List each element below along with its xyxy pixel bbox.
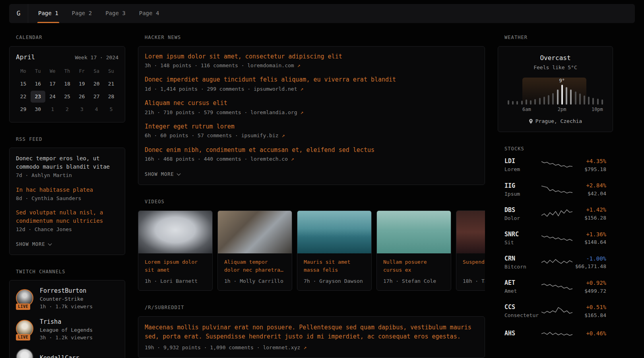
stock-right: +0.92%$499.72 — [572, 279, 606, 295]
calendar-month: April — [16, 53, 35, 62]
video-thumbnail[interactable] — [297, 211, 371, 253]
hn-item: Donec imperdiet augue tincidunt felis al… — [145, 76, 478, 93]
hn-item-title[interactable]: Lorem ipsum dolor sit amet, consectetur … — [145, 53, 478, 61]
weather-location: Prague, Czechia — [504, 118, 606, 125]
calendar-day[interactable]: 4 — [89, 103, 104, 115]
tab-page-3[interactable]: Page 3 — [99, 4, 132, 23]
external-link-icon[interactable]: ↗ — [297, 62, 301, 68]
twitch-channel-meta: 1h · 1.7k viewers — [40, 303, 93, 310]
weather-bar — [539, 98, 541, 105]
external-link-icon[interactable]: ↗ — [300, 109, 303, 115]
video-thumbnail[interactable] — [377, 211, 451, 253]
calendar-day[interactable]: 3 — [74, 103, 89, 115]
stock-price: $499.72 — [572, 288, 606, 295]
rss-item-title[interactable]: Sed volutpat nulla nisl, a condimentum n… — [16, 208, 118, 225]
calendar-day[interactable]: 28 — [104, 91, 118, 103]
tab-page-2[interactable]: Page 2 — [65, 4, 99, 23]
rss-item-title[interactable]: Donec tempor eros leo, ut commodo mauris… — [16, 154, 118, 171]
video-thumbnail[interactable] — [138, 211, 212, 253]
stock-row[interactable]: AHS+0.46% — [498, 328, 613, 340]
video-title[interactable]: Aliquam tempor dolor nec pharetra… — [224, 258, 285, 275]
app-logo[interactable]: G — [9, 4, 28, 23]
tab-page-4[interactable]: Page 4 — [132, 4, 166, 23]
calendar-day[interactable]: 2 — [60, 103, 75, 115]
video-title[interactable]: Lorem ipsum dolor sit amet consectetu… — [145, 258, 206, 275]
calendar-weekday: We — [45, 66, 60, 77]
calendar-day[interactable]: 23 — [31, 91, 45, 103]
hn-item-title[interactable]: Donec imperdiet augue tincidunt felis al… — [145, 76, 478, 84]
calendar-day[interactable]: 29 — [16, 103, 31, 115]
twitch-channel[interactable]: LIVETrishaLeague of Legends3h · 1.2k vie… — [16, 318, 118, 341]
subreddit-post-title[interactable]: Maecenas mollis pulvinar erat non posuer… — [145, 323, 478, 342]
stock-row[interactable]: DBSDolor+1.42%$156.28 — [498, 206, 613, 222]
weather-bar — [584, 95, 585, 105]
rss-item-title[interactable]: In hac habitasse platea — [16, 186, 118, 194]
hn-item-title[interactable]: Integer eget rutrum lorem — [145, 123, 478, 131]
video-thumbnail[interactable] — [456, 211, 485, 253]
external-link-icon[interactable]: ↗ — [281, 132, 285, 138]
video-card[interactable]: Lorem ipsum dolor sit amet consectetu…1h… — [138, 210, 213, 291]
stock-row[interactable]: CCSConsectetur+0.51%$165.84 — [498, 303, 613, 319]
calendar-day[interactable]: 5 — [104, 103, 118, 115]
external-link-icon[interactable]: ↗ — [291, 156, 294, 162]
twitch-channel-name[interactable]: ForrestBurton — [40, 287, 93, 295]
rss-item: In hac habitasse platea8d · Cynthia Saun… — [16, 186, 118, 202]
video-card[interactable]: Suspendisse diam18h · Tara — [456, 210, 485, 291]
weather-bar — [575, 91, 576, 105]
video-card[interactable]: Nullam posuere cursus ex17h · Stefan Col… — [376, 210, 451, 291]
videos-section-title: VIDEOS — [145, 198, 485, 205]
calendar-header: April Week 17 · 2024 — [16, 53, 118, 62]
video-title[interactable]: Suspendisse diam — [463, 258, 485, 275]
calendar-day[interactable]: 15 — [16, 78, 31, 90]
twitch-channel[interactable]: LIVEForrestBurtonCounter-Strike1h · 1.7k… — [16, 287, 118, 310]
calendar-day[interactable]: 17 — [45, 78, 60, 90]
calendar-day[interactable]: 26 — [74, 91, 89, 103]
live-badge: LIVE — [16, 304, 30, 310]
hn-item: Aliquam nec cursus elit21h · 710 points … — [145, 99, 478, 116]
calendar-day[interactable]: 20 — [89, 78, 104, 90]
calendar-weekday: Tu — [31, 66, 45, 77]
weather-bar — [592, 98, 594, 105]
calendar-day[interactable]: 18 — [60, 78, 75, 90]
stock-row[interactable]: LDILorem+4.35%$795.18 — [498, 157, 613, 173]
rss-show-more-button[interactable]: SHOW MORE — [16, 241, 51, 248]
video-card[interactable]: Mauris sit amet massa felis7h · Grayson … — [297, 210, 372, 291]
calendar-day[interactable]: 25 — [60, 91, 75, 103]
stock-row[interactable]: IIGIpsum+2.84%$42.04 — [498, 182, 613, 198]
live-badge: LIVE — [16, 334, 30, 340]
video-meta: 18h · Tara — [463, 278, 485, 285]
calendar-day[interactable]: 1 — [45, 103, 60, 115]
calendar-day[interactable]: 27 — [89, 91, 104, 103]
tab-page-1[interactable]: Page 1 — [31, 4, 65, 23]
calendar-weekday: Fr — [74, 66, 89, 77]
video-thumbnail[interactable] — [218, 211, 292, 253]
rss-card: Donec tempor eros leo, ut commodo mauris… — [9, 148, 125, 255]
rss-widget: RSS FEED Donec tempor eros leo, ut commo… — [9, 136, 125, 255]
stock-price: $42.04 — [572, 190, 606, 197]
twitch-channel-name[interactable]: KendallCarr — [40, 354, 79, 358]
twitch-channel[interactable]: KendallCarr — [16, 348, 118, 358]
twitch-channel-name[interactable]: Trisha — [40, 318, 93, 326]
hn-show-more-button[interactable]: SHOW MORE — [145, 171, 180, 178]
calendar-day[interactable]: 30 — [31, 103, 45, 115]
stock-row[interactable]: SNRCSit+1.36%$148.64 — [498, 230, 613, 246]
hn-item-title[interactable]: Donec enim nibh, condimentum et accumsan… — [145, 146, 478, 154]
stock-row[interactable]: CRNBitcorn-1.00%$66,171.48 — [498, 255, 613, 270]
external-link-icon[interactable]: ↗ — [300, 86, 303, 92]
calendar-day[interactable]: 24 — [45, 91, 60, 103]
rss-item: Donec tempor eros leo, ut commodo mauris… — [16, 154, 118, 179]
video-title[interactable]: Mauris sit amet massa felis — [304, 258, 365, 275]
stock-row[interactable]: AETAmet+0.92%$499.72 — [498, 279, 613, 295]
calendar-day[interactable]: 21 — [104, 78, 118, 90]
video-card[interactable]: Aliquam tempor dolor nec pharetra…1h · M… — [217, 210, 292, 291]
weather-peak-temp: 9° — [559, 78, 564, 84]
twitch-channel-info: KendallCarr — [40, 354, 79, 358]
stock-name: Amet — [504, 288, 541, 295]
video-title[interactable]: Nullam posuere cursus ex — [383, 258, 444, 275]
stock-price: $165.84 — [572, 312, 606, 319]
calendar-day[interactable]: 22 — [16, 91, 31, 103]
calendar-day[interactable]: 16 — [31, 78, 45, 90]
calendar-day[interactable]: 19 — [74, 78, 89, 90]
hn-item-title[interactable]: Aliquam nec cursus elit — [145, 99, 478, 107]
external-link-icon[interactable]: ↗ — [303, 344, 306, 350]
